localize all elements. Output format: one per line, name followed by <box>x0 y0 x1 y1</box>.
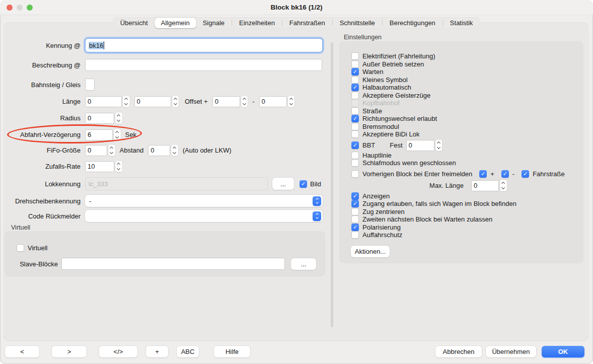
laenge-input-2[interactable] <box>134 96 171 107</box>
stepper-control[interactable] <box>123 96 130 107</box>
checkbox-item[interactable] <box>351 170 359 178</box>
kennung-input[interactable]: bk16 <box>85 38 323 52</box>
settings-row: BBTFest <box>340 139 583 152</box>
checkbox-item[interactable] <box>351 107 359 115</box>
lokkennung-row: Lokkennung ... Bild <box>0 177 321 190</box>
abc-button[interactable]: ABC <box>177 346 199 357</box>
checkbox-item[interactable] <box>351 152 359 159</box>
offset-plus-input[interactable] <box>212 96 240 107</box>
lokkennung-input[interactable] <box>85 177 268 190</box>
settings-row: Straße <box>340 107 583 115</box>
add-button[interactable]: + <box>146 346 168 357</box>
checkbox-item[interactable] <box>351 192 359 200</box>
checkbox-label: Akzeptiere BiDi Lok <box>362 130 419 138</box>
checkbox-item[interactable] <box>351 208 359 215</box>
code-view-button[interactable]: </> <box>99 346 137 357</box>
stepper-control[interactable] <box>114 129 121 140</box>
sekunden-unit-label: Sek. <box>125 131 138 138</box>
radius-input[interactable] <box>85 113 114 124</box>
stepper-control[interactable] <box>435 139 442 151</box>
zufalls-rate-label: Zufalls-Rate <box>0 163 81 170</box>
max-laenge-label: Max. Länge <box>351 182 464 189</box>
checkbox-item[interactable] <box>351 215 359 223</box>
laenge-input-1[interactable] <box>85 96 122 107</box>
checkbox-item[interactable] <box>351 200 359 207</box>
beschreibung-label: Beschreibung @ <box>0 61 81 69</box>
tab-statistik[interactable]: Statistik <box>443 18 480 28</box>
checkbox-item[interactable] <box>351 76 359 84</box>
checkbox-label: Vorherigen Block bei Enter freimelden <box>362 170 472 178</box>
tab-schnittstelle[interactable]: Schnittstelle <box>333 18 382 28</box>
radius-label: Radius <box>0 114 81 122</box>
checkbox-label: Polarisierung <box>362 224 401 231</box>
abstand-input[interactable] <box>148 145 170 156</box>
bahnsteig-input[interactable] <box>85 79 95 91</box>
tab-übersicht[interactable]: Übersicht <box>114 18 155 28</box>
abfahrt-verzoegerung-input[interactable] <box>85 129 113 140</box>
checkbox-item[interactable] <box>351 231 359 239</box>
tab-signale[interactable]: Signale <box>196 18 231 28</box>
settings-row: Warten <box>340 68 583 76</box>
checkbox-item[interactable] <box>351 159 359 167</box>
apply-button[interactable]: Übernehmen <box>486 346 536 357</box>
checkbox-item[interactable] <box>351 60 359 68</box>
stepper-control[interactable] <box>288 96 295 107</box>
offset-minus-input[interactable] <box>259 96 287 107</box>
checkbox-label: Warten <box>362 68 383 76</box>
beschreibung-input[interactable] <box>85 59 322 71</box>
tab-allgemein[interactable]: Allgemein <box>155 18 196 28</box>
stepper-control[interactable] <box>171 144 178 156</box>
checkbox-item[interactable] <box>351 68 359 76</box>
number-input[interactable] <box>406 140 434 151</box>
help-button[interactable]: Hilfe <box>214 346 250 357</box>
zufalls-rate-input[interactable] <box>85 161 114 172</box>
number-input[interactable] <box>471 180 499 191</box>
settings-row: Richtungswechsel erlaubt <box>340 115 583 123</box>
stepper-control[interactable] <box>115 161 122 172</box>
checkbox-item[interactable] <box>351 99 359 107</box>
kennung-label: Kennung @ <box>0 42 81 49</box>
virtuell-checkbox[interactable] <box>17 244 24 252</box>
code-rueckmelder-dropdown[interactable] <box>85 210 323 222</box>
settings-row: Zug zentrieren <box>340 208 583 216</box>
slave-bloecke-browse-button[interactable]: ... <box>291 258 316 270</box>
minus-checkbox[interactable] <box>501 170 509 178</box>
checkbox-item[interactable] <box>351 115 359 122</box>
dialog-window: Block bk16 (1/2) ÜbersichtAllgemeinSigna… <box>0 0 593 364</box>
bild-checkbox[interactable] <box>300 180 307 188</box>
checkbox-item[interactable] <box>351 84 359 91</box>
checkbox-item[interactable] <box>351 52 359 60</box>
kennung-row: Kennung @ bk16 <box>0 38 323 52</box>
stepper-control[interactable] <box>241 96 248 107</box>
panel-splitter[interactable] <box>331 42 333 327</box>
tab-berechtigungen[interactable]: Berechtigungen <box>383 18 442 28</box>
checkbox-item[interactable] <box>351 123 359 130</box>
checkbox-label: Kopfbahnhof <box>362 99 400 107</box>
stepper-control[interactable] <box>500 180 507 191</box>
aktionen-button[interactable]: Aktionen... <box>351 246 390 257</box>
cancel-button[interactable]: Abbrechen <box>435 346 482 357</box>
plus-checkbox[interactable] <box>479 170 487 178</box>
ok-button[interactable]: OK <box>542 346 584 357</box>
laenge-row: Länge Offset + - <box>0 96 294 107</box>
checkbox-item[interactable] <box>351 224 359 231</box>
fifo-groesse-input[interactable] <box>85 145 107 156</box>
checkbox-item[interactable] <box>351 92 359 99</box>
checkbox-item[interactable] <box>351 130 359 138</box>
checkbox-item[interactable] <box>351 141 359 149</box>
stepper-control[interactable] <box>108 144 115 156</box>
slave-bloecke-input[interactable] <box>61 258 285 270</box>
tab-einzelheiten[interactable]: Einzelheiten <box>233 18 281 28</box>
stepper-control[interactable] <box>115 112 122 124</box>
prev-block-button[interactable]: < <box>5 346 39 357</box>
tab-fahrstraßen[interactable]: Fahrstraßen <box>283 18 332 28</box>
stepper-control[interactable] <box>172 96 179 107</box>
lokkennung-browse-button[interactable]: ... <box>272 178 294 190</box>
fahrstrasse-checkbox[interactable] <box>522 170 529 178</box>
bahnsteig-row: Bahnsteig / Gleis <box>0 79 95 91</box>
zufalls-rate-row: Zufalls-Rate <box>0 161 122 172</box>
code-rueckmelder-row: Code Rückmelder <box>0 210 323 222</box>
next-block-button[interactable]: > <box>52 346 87 357</box>
drehscheibenkennung-dropdown[interactable]: - <box>85 195 323 207</box>
auto-lkw-hint: (Auto oder LKW) <box>183 147 232 154</box>
